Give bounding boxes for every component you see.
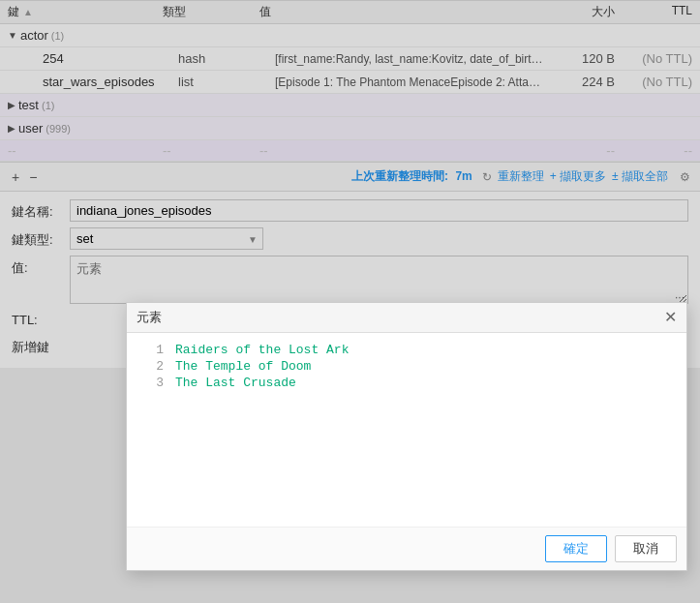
confirm-button[interactable]: 確定 bbox=[545, 535, 607, 562]
modal-dialog: 元素 ✕ 1 Raiders of the Lost Ark 2 The Tem… bbox=[126, 302, 687, 571]
line-content: The Last Crusade bbox=[175, 376, 296, 390]
line-number: 3 bbox=[137, 376, 164, 390]
modal-title: 元素 bbox=[137, 309, 162, 326]
modal-footer: 確定 取消 bbox=[127, 527, 686, 570]
line-number: 1 bbox=[137, 343, 164, 357]
modal-body: 1 Raiders of the Lost Ark 2 The Temple o… bbox=[127, 333, 686, 527]
line-content: The Temple of Doom bbox=[175, 359, 311, 374]
line-content: Raiders of the Lost Ark bbox=[175, 343, 349, 357]
list-item: 1 Raiders of the Lost Ark bbox=[137, 343, 677, 357]
line-number: 2 bbox=[137, 359, 164, 374]
cancel-button[interactable]: 取消 bbox=[615, 535, 677, 562]
list-item: 3 The Last Crusade bbox=[137, 376, 677, 390]
modal-close-button[interactable]: ✕ bbox=[664, 310, 677, 325]
list-item: 2 The Temple of Doom bbox=[137, 359, 677, 374]
modal-titlebar: 元素 ✕ bbox=[127, 303, 686, 333]
modal-overlay: 元素 ✕ 1 Raiders of the Lost Ark 2 The Tem… bbox=[0, 0, 700, 603]
